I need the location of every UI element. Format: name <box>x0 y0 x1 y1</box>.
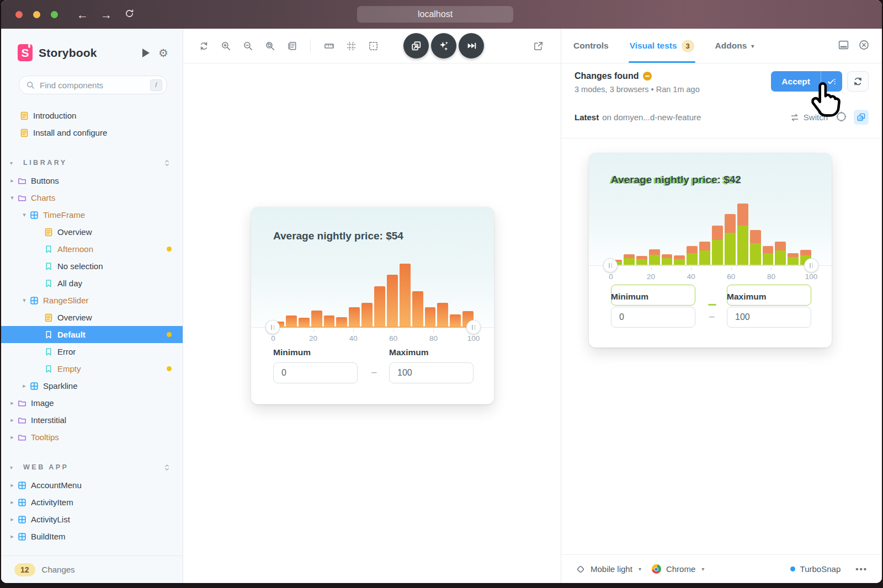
reload-icon[interactable] <box>124 8 135 21</box>
sidebar-item-install-and-configure[interactable]: Install and configure <box>1 124 183 141</box>
zoom-reset-button[interactable] <box>262 38 278 54</box>
snapshot-diff-button[interactable] <box>403 33 429 58</box>
run-tests-button[interactable] <box>142 49 150 57</box>
sidebar-item-all-day[interactable]: All day <box>1 275 183 292</box>
sidebar-item-accountmenu[interactable]: ▸AccountMenu <box>1 477 183 494</box>
diff-removed-segment <box>788 253 799 258</box>
accept-menu-button[interactable] <box>821 71 842 92</box>
dock-position-button[interactable] <box>838 39 849 53</box>
minimum-input[interactable] <box>273 362 358 383</box>
sidebar-item-label: Afternoon <box>57 244 93 254</box>
sidebar-item-timeframe[interactable]: ▾TimeFrame <box>1 206 183 223</box>
tab-controls[interactable]: Controls <box>573 29 609 63</box>
slider-handle-max[interactable] <box>466 320 481 334</box>
sidebar-footer[interactable]: 12 Changes <box>1 555 183 583</box>
slider-handle-min[interactable] <box>603 258 618 272</box>
sidebar-item-label: RangeSlider <box>43 296 89 305</box>
zoom-out-button[interactable] <box>240 38 256 54</box>
forward-icon[interactable]: → <box>100 9 112 20</box>
diff-new-segment <box>699 250 710 265</box>
sidebar-item-rangeslider[interactable]: ▾RangeSlider <box>1 292 183 309</box>
expand-collapse-icon[interactable] <box>163 158 171 168</box>
chevron-right-icon[interactable]: ▸ <box>9 499 15 506</box>
slider-handle-max[interactable] <box>804 258 818 272</box>
chevron-down-icon[interactable]: ▾ <box>21 211 28 218</box>
baseline-target-icon[interactable] <box>836 111 847 124</box>
slider-handle-min[interactable] <box>265 320 280 334</box>
chevron-right-icon[interactable]: ▸ <box>9 482 15 489</box>
minimum-input[interactable] <box>611 307 695 328</box>
rerun-tests-button[interactable] <box>847 71 869 92</box>
close-panel-button[interactable] <box>858 39 870 53</box>
mode-select[interactable]: Mobile light <box>591 564 632 574</box>
section-header-web-app[interactable]: ▾ WEB APP <box>1 458 183 477</box>
accept-button[interactable]: Accept <box>771 71 821 92</box>
collapse-caret-icon: ▾ <box>10 464 17 471</box>
sidebar-item-activitylist[interactable]: ▸ActivityList <box>1 511 183 528</box>
sidebar-item-activityitem[interactable]: ▸ActivityItem <box>1 494 183 511</box>
switch-button[interactable]: Switch <box>790 113 828 122</box>
sidebar-item-overview[interactable]: Overview <box>1 309 183 326</box>
histogram-bar <box>712 226 723 265</box>
zoom-window-icon[interactable] <box>51 11 58 18</box>
chevron-right-icon[interactable]: ▸ <box>9 416 15 424</box>
chart-title: Average nightly price: $54 <box>273 230 403 242</box>
sidebar-item-error[interactable]: Error <box>1 343 183 360</box>
sidebar-item-buttons[interactable]: ▸Buttons <box>1 172 183 189</box>
close-window-icon[interactable] <box>15 11 23 18</box>
diff-removed-segment <box>687 246 698 253</box>
chevron-right-icon[interactable]: ▸ <box>21 382 28 389</box>
sidebar-item-afternoon[interactable]: Afternoon <box>1 240 183 258</box>
sidebar-item-no-selection[interactable]: No selection <box>1 258 183 275</box>
sidebar-item-interstitial[interactable]: ▸Interstitial <box>1 411 183 429</box>
chevron-down-icon[interactable]: ▾ <box>9 194 15 201</box>
sidebar-item-default[interactable]: Default <box>1 326 183 343</box>
story-icon <box>44 330 53 339</box>
story-icon <box>44 348 53 356</box>
sidebar-item-tooltips[interactable]: ▸Tooltips <box>1 429 183 446</box>
zoom-in-button[interactable] <box>217 38 234 54</box>
more-options-button[interactable]: ••• <box>855 564 868 574</box>
outline-button[interactable] <box>365 38 381 54</box>
section-header-library[interactable]: ▾ LIBRARY <box>1 153 183 172</box>
chevron-right-icon[interactable]: ▸ <box>9 399 15 407</box>
play-all-button[interactable] <box>459 33 484 58</box>
chevron-right-icon[interactable]: ▸ <box>9 177 15 184</box>
tab-visual-tests[interactable]: Visual tests3 <box>630 29 694 63</box>
maximum-input[interactable] <box>389 362 474 383</box>
gear-icon[interactable]: ⚙ <box>158 46 168 60</box>
sidebar-item-empty[interactable]: Empty <box>1 360 183 377</box>
sidebar-item-introduction[interactable]: Introduction <box>1 107 183 124</box>
tab-addons[interactable]: Addons▾ <box>715 29 754 63</box>
tab-count-badge: 3 <box>682 40 694 52</box>
histogram-bar <box>336 317 347 327</box>
maximum-input[interactable] <box>727 307 811 328</box>
sparkles-button[interactable] <box>431 33 456 58</box>
grid-button[interactable] <box>343 38 359 54</box>
sidebar-item-overview[interactable]: Overview <box>1 223 183 240</box>
remount-button[interactable] <box>195 38 212 54</box>
back-icon[interactable]: ← <box>77 9 88 20</box>
chevron-right-icon[interactable]: ▸ <box>9 434 15 441</box>
chevron-right-icon[interactable]: ▸ <box>9 516 15 523</box>
open-external-button[interactable] <box>530 38 546 54</box>
minimize-window-icon[interactable] <box>33 11 40 18</box>
diff-removed-segment <box>763 246 774 253</box>
sidebar-item-charts[interactable]: ▾Charts <box>1 189 183 206</box>
sidebar-item-image[interactable]: ▸Image <box>1 394 183 411</box>
sidebar-item-builditem[interactable]: ▸BuildItem <box>1 528 183 545</box>
sidebar-item-sparkline[interactable]: ▸Sparkline <box>1 377 183 394</box>
chevron-right-icon[interactable]: ▸ <box>9 533 15 540</box>
latest-label: Latest <box>575 113 599 122</box>
backgrounds-button[interactable] <box>284 38 300 54</box>
search-input[interactable]: Find components / <box>19 76 167 94</box>
component-icon <box>18 498 26 507</box>
diff-toggle-button[interactable] <box>854 110 869 125</box>
expand-collapse-icon[interactable] <box>163 463 171 472</box>
chevron-down-icon[interactable]: ▾ <box>21 297 28 304</box>
ruler-button[interactable] <box>321 38 337 54</box>
histogram-bar <box>311 311 322 327</box>
diff-new-segment <box>788 257 799 265</box>
browser-select[interactable]: Chrome <box>666 564 695 574</box>
address-bar[interactable]: localhost <box>357 6 513 23</box>
